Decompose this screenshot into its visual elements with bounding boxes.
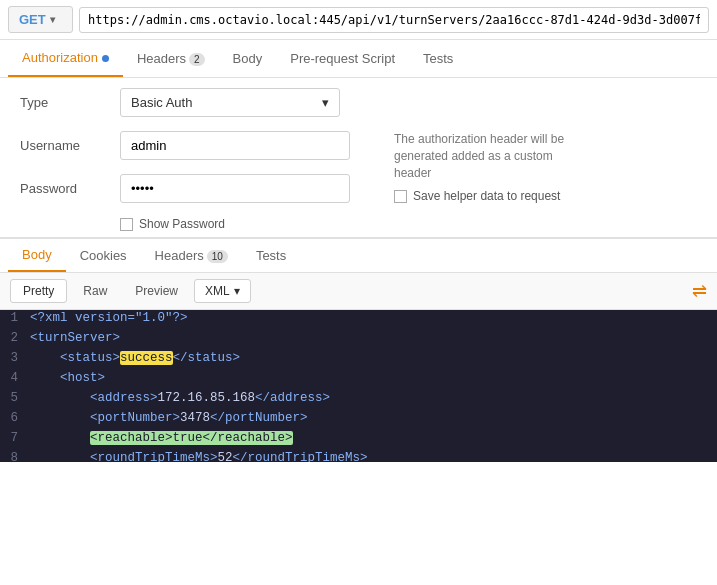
code-line-6: 6 <portNumber>3478</portNumber> bbox=[0, 410, 717, 430]
method-chevron: ▾ bbox=[50, 14, 55, 25]
save-helper-row: Save helper data to request bbox=[394, 189, 574, 203]
password-label: Password bbox=[20, 181, 120, 196]
auth-dot bbox=[102, 55, 109, 62]
code-line-2: 2 <turnServer> bbox=[0, 330, 717, 350]
format-select[interactable]: XML ▾ bbox=[194, 279, 251, 303]
tab-tests[interactable]: Tests bbox=[409, 41, 467, 76]
format-tabs-row: Pretty Raw Preview XML ▾ ⇌ bbox=[0, 273, 717, 310]
code-line-1: 1 <?xml version="1.0"?> bbox=[0, 310, 717, 330]
code-line-3: 3 <status>success</status> bbox=[0, 350, 717, 370]
code-line-8: 8 <roundTripTimeMs>52</roundTripTimeMs> bbox=[0, 450, 717, 462]
tab-prerequest[interactable]: Pre-request Script bbox=[276, 41, 409, 76]
method-label: GET bbox=[19, 12, 46, 27]
password-input[interactable] bbox=[120, 174, 350, 203]
username-password-block: Username Password Show Password bbox=[20, 131, 350, 231]
format-tab-raw[interactable]: Raw bbox=[71, 280, 119, 302]
code-line-5: 5 <address>172.16.85.168</address> bbox=[0, 390, 717, 410]
type-row: Type Basic Auth ▾ bbox=[20, 88, 697, 117]
password-row: Password bbox=[20, 174, 350, 203]
tab-body[interactable]: Body bbox=[219, 41, 277, 76]
type-label: Type bbox=[20, 95, 120, 110]
response-tab-cookies[interactable]: Cookies bbox=[66, 240, 141, 271]
method-button[interactable]: GET ▾ bbox=[8, 6, 73, 33]
format-tab-pretty[interactable]: Pretty bbox=[10, 279, 67, 303]
type-chevron: ▾ bbox=[322, 95, 329, 110]
type-select[interactable]: Basic Auth ▾ bbox=[120, 88, 340, 117]
format-tab-preview[interactable]: Preview bbox=[123, 280, 190, 302]
code-view: 1 <?xml version="1.0"?> 2 <turnServer> 3… bbox=[0, 310, 717, 462]
response-tab-headers[interactable]: Headers10 bbox=[141, 240, 242, 271]
response-tab-body[interactable]: Body bbox=[8, 239, 66, 272]
save-helper-label: Save helper data to request bbox=[413, 189, 560, 203]
username-input[interactable] bbox=[120, 131, 350, 160]
show-password-checkbox[interactable] bbox=[120, 218, 133, 231]
show-password-label: Show Password bbox=[139, 217, 225, 231]
tab-authorization[interactable]: Authorization bbox=[8, 40, 123, 77]
response-tabs: Body Cookies Headers10 Tests bbox=[0, 237, 717, 273]
save-helper-checkbox[interactable] bbox=[394, 190, 407, 203]
url-bar: GET ▾ bbox=[0, 0, 717, 40]
username-row: Username bbox=[20, 131, 350, 160]
username-helper-row: Username Password Show Password The auth… bbox=[20, 131, 697, 231]
wrap-icon[interactable]: ⇌ bbox=[692, 280, 707, 302]
username-label: Username bbox=[20, 138, 120, 153]
helper-info-block: The authorization header will be generat… bbox=[374, 131, 574, 203]
auth-section: Type Basic Auth ▾ Username Password Show… bbox=[0, 78, 717, 237]
url-input[interactable] bbox=[79, 7, 709, 33]
format-chevron: ▾ bbox=[234, 284, 240, 298]
code-line-4: 4 <host> bbox=[0, 370, 717, 390]
tab-headers[interactable]: Headers2 bbox=[123, 41, 219, 76]
code-line-7: 7 <reachable>true</reachable> bbox=[0, 430, 717, 450]
request-tabs: Authorization Headers2 Body Pre-request … bbox=[0, 40, 717, 78]
show-password-row: Show Password bbox=[120, 217, 350, 231]
helper-text: The authorization header will be generat… bbox=[394, 131, 574, 181]
response-tab-tests[interactable]: Tests bbox=[242, 240, 300, 271]
